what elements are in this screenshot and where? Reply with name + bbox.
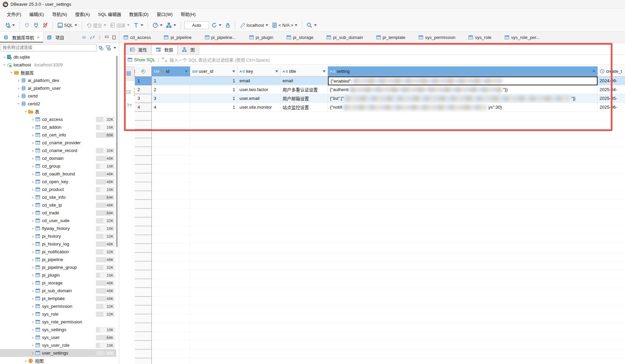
lock-button[interactable] [224,21,232,29]
tree-item[interactable]: ›pi_template48K [0,295,116,302]
editor-tab[interactable]: pi_sub_domain [322,32,372,43]
disconnect-button[interactable] [41,21,49,29]
editor-tab[interactable]: pi_pipeline [160,32,200,43]
tree-item[interactable]: ›表 [0,108,116,115]
minimize-icon[interactable] [105,35,109,40]
grid-cell[interactable]: 1 [190,103,237,112]
tree-item[interactable]: ›sys_settings16K [0,326,116,334]
row-number-cell[interactable]: 4 [135,103,152,112]
menu-item[interactable]: 文件(F) [3,9,25,19]
chevron-right-icon[interactable]: › [30,273,35,278]
menu-item[interactable]: 编辑(E) [26,9,47,19]
column-header[interactable]: create_t [598,66,625,77]
chevron-right-icon[interactable]: › [30,327,35,332]
chevron-right-icon[interactable]: › [30,343,35,348]
chevron-right-icon[interactable]: › [30,296,35,301]
chevron-right-icon[interactable]: › [30,335,35,340]
grid-cell[interactable]: 4 [152,103,190,112]
tree-item[interactable]: ›cd_product16K [0,186,116,193]
editor-tab[interactable]: sys_role [464,32,500,43]
chevron-down-icon[interactable]: › [23,109,28,114]
create-time-cell[interactable]: 2025-05- [598,94,625,103]
chevron-right-icon[interactable]: › [30,125,35,130]
create-time-cell[interactable]: 2025-04- [598,85,625,94]
tree-item[interactable]: ›ai_platform_dex [0,77,116,84]
refresh-button[interactable] [210,21,223,29]
chevron-right-icon[interactable]: › [30,148,35,153]
connect-button[interactable] [23,21,31,29]
sql-filter-placeholder[interactable]: 输入一个 SQL 表达式来过滤结果 (使用 Ctrl+Space) [170,57,270,63]
tree-item[interactable]: ›cd_addon16K [0,123,116,131]
connection-selector[interactable]: localhost [239,21,269,29]
chevron-right-icon[interactable]: › [30,202,35,208]
editor-tab[interactable]: cd_access [119,32,160,43]
maximize-icon[interactable] [112,35,116,40]
chevron-right-icon[interactable]: › [30,226,35,231]
chevron-down-icon[interactable]: › [2,63,7,67]
grid-cell[interactable]: email [280,77,328,85]
chevron-right-icon[interactable]: › [30,210,35,215]
collapse-all-icon[interactable] [82,35,87,40]
tree-item[interactable]: ›flyway_history16K [0,224,116,232]
chevron-right-icon[interactable]: › [30,234,35,239]
column-header[interactable]: A·Ztitle [280,66,328,77]
chevron-right-icon[interactable]: › [30,241,35,247]
setting-cell[interactable]: {"list":[""]} [328,94,598,103]
link-with-editor-icon[interactable] [90,35,95,40]
tree-item[interactable]: ›cd_group16K [0,162,116,170]
new-connection-button[interactable] [4,21,16,29]
chevron-down-icon[interactable]: › [16,102,21,106]
tree-item[interactable]: ›localhostlocalhost:3309 [0,61,116,69]
tree-item[interactable]: ›sys_user64K [0,334,116,341]
column-header[interactable]: A·Zsetting [328,66,598,77]
grid-cell[interactable]: user.site.monitor [237,103,280,112]
tree-item[interactable]: ›cd_cname_provider [0,139,116,147]
show-sql-button[interactable]: Show SQL [127,57,155,62]
commit-button[interactable]: 提交 [85,21,107,29]
row-number-cell[interactable]: 3 [135,94,152,103]
create-time-cell[interactable]: 2025-06- [598,103,625,112]
schema-compare-button[interactable] [165,21,177,29]
column-dropdown-icon[interactable] [185,70,188,72]
tree-item[interactable]: ›cd_site_info64K [0,193,116,201]
database-selector[interactable]: < N/A > [271,21,298,29]
tree-item[interactable]: ›cd_cname_record32K [0,147,116,154]
tree-item[interactable]: ›视图 [0,357,116,364]
sql-editor-button[interactable]: SQL [56,21,78,29]
chevron-right-icon[interactable]: › [30,280,35,285]
grid-cell[interactable]: 3 [152,94,190,103]
column-dropdown-icon[interactable] [232,70,235,72]
grid-cell[interactable]: 1 [190,85,237,94]
editor-tab[interactable]: pi_storage [282,32,322,43]
menu-item[interactable]: 帮助(H) [177,9,199,19]
tree-item[interactable]: ›pi_storage48K [0,279,116,287]
view-menu-icon[interactable]: ⋮ [98,35,102,40]
chevron-right-icon[interactable]: › [30,179,35,184]
sidebar-scrollbar[interactable] [116,56,118,247]
chevron-right-icon[interactable]: › [23,358,28,363]
grid-cell[interactable]: 用户多重认证设置 [280,85,328,94]
tree-item[interactable]: ›cd_user_suite32K [0,217,116,224]
transaction-log-button[interactable] [132,21,144,29]
tree-item[interactable]: ›cd_trade64K [0,209,116,217]
chevron-right-icon[interactable]: › [30,117,35,122]
row-number-cell[interactable]: 1 [135,77,152,85]
setting-cell[interactable]: {"notifiys":30} [328,103,598,112]
chevron-right-icon[interactable]: › [30,195,35,200]
chevron-right-icon[interactable]: › [30,140,35,145]
table-row[interactable]: 221user.two.factor用户多重认证设置{"authenti"}}2… [135,85,625,94]
grid-cell[interactable]: 1 [152,77,190,85]
rollback-button[interactable]: 回滚 [109,21,131,29]
editor-tab[interactable]: pi_plugin [245,32,282,43]
chevron-right-icon[interactable]: › [30,304,35,309]
tree-item[interactable]: ›pi_history_log48K [0,240,116,248]
chevron-right-icon[interactable]: › [30,312,35,317]
tree-item[interactable]: ›sys_role_permission [0,318,116,326]
menu-item[interactable]: 数据库(D) [126,9,152,19]
tree-item[interactable]: ›pi_pipeline_group32K [0,263,116,271]
table-row[interactable]: 111emailemail{"enabled":2024-09- [135,77,625,85]
tree-item[interactable]: ›sys_user_role16K [0,341,116,349]
close-icon[interactable]: × [37,35,40,40]
row-number-cell[interactable]: 2 [135,85,152,94]
result-tab[interactable]: 图 [178,44,199,55]
